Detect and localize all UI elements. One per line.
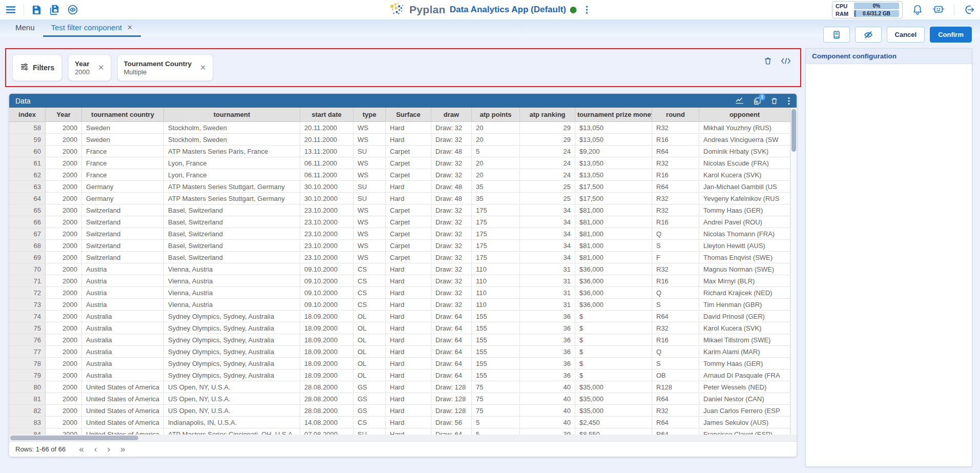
vertical-scrollbar-thumb[interactable]: [791, 109, 796, 152]
chip-close-icon[interactable]: ✕: [97, 62, 106, 73]
cell: 110: [472, 287, 520, 299]
column-header[interactable]: opponent: [699, 108, 790, 122]
cell: 59: [9, 134, 46, 146]
horizontal-scrollbar[interactable]: [9, 435, 797, 441]
cell: 18.09.2000: [300, 311, 353, 322]
filters-button[interactable]: Filters: [12, 54, 62, 81]
cell: 06.11.2000: [300, 169, 353, 181]
vertical-scrollbar[interactable]: [790, 108, 797, 435]
table-row[interactable]: 652000SwitzerlandBasel, Switzerland23.10…: [9, 204, 790, 216]
table-row[interactable]: 802000United States of AmericaUS Open, N…: [9, 381, 790, 393]
cell: OL: [353, 358, 386, 369]
column-header[interactable]: Surface: [386, 108, 431, 122]
table-row[interactable]: 742000AustraliaSydney Olympics, Sydney, …: [9, 311, 790, 322]
table-row[interactable]: 812000United States of AmericaUS Open, N…: [9, 393, 790, 405]
cell: 75: [9, 322, 46, 334]
last-page-button[interactable]: »: [120, 445, 125, 454]
table-row[interactable]: 702000AustriaVienna, Austria09.10.2000CS…: [9, 263, 790, 275]
table-row[interactable]: 692000SwitzerlandBasel, Switzerland23.10…: [9, 252, 790, 263]
cell: 2000: [46, 275, 82, 287]
column-header[interactable]: start date: [300, 108, 353, 122]
cell: 2000: [46, 134, 82, 146]
column-header[interactable]: draw: [431, 108, 472, 122]
assistant-bot-icon[interactable]: [932, 4, 945, 15]
hide-preview-button[interactable]: [855, 27, 882, 43]
tab-label: Test filter component: [51, 23, 122, 32]
cancel-button[interactable]: Cancel: [887, 27, 925, 43]
cell: Thomas Enqvist (SWE): [699, 252, 790, 263]
cell: OL: [353, 322, 386, 334]
table-row[interactable]: 722000AustriaVienna, Austria09.10.2000CS…: [9, 287, 790, 299]
table-row[interactable]: 592000SwedenStockholm, Sweden20.11.2000W…: [9, 134, 790, 146]
column-header[interactable]: round: [652, 108, 699, 122]
cell: Draw: 128: [431, 393, 472, 405]
table-row[interactable]: 632000GermanyATP Masters Series Stuttgar…: [9, 181, 790, 193]
more-options-kebab-icon[interactable]: [787, 97, 790, 105]
chart-view-icon[interactable]: [735, 97, 744, 105]
documentation-button[interactable]: [823, 27, 850, 43]
cell: WS: [353, 157, 386, 169]
cell: 70: [9, 263, 46, 275]
table-row[interactable]: 602000FranceATP Masters Series Paris, Fr…: [9, 146, 790, 157]
table-row[interactable]: 712000AustriaVienna, Austria09.10.2000CS…: [9, 275, 790, 287]
table-row[interactable]: 662000SwitzerlandBasel, Switzerland23.10…: [9, 216, 790, 228]
column-header[interactable]: Year: [46, 108, 82, 122]
table-row[interactable]: 782000AustraliaSydney Olympics, Sydney, …: [9, 358, 790, 369]
cell: SU: [353, 146, 386, 157]
logout-icon[interactable]: [964, 4, 975, 15]
cell: 40: [520, 417, 575, 428]
notifications-bell-icon[interactable]: [912, 4, 923, 15]
filter-chip-tournament-country[interactable]: Tournament Country Multiple ✕: [117, 54, 213, 81]
column-header[interactable]: atp ranking: [520, 108, 575, 122]
cell: Lyon, France: [164, 157, 300, 169]
table-row[interactable]: 752000AustraliaSydney Olympics, Sydney, …: [9, 322, 790, 334]
tab-menu[interactable]: Menu: [7, 19, 43, 37]
table-row[interactable]: 582000SwedenStockholm, Sweden20.11.2000W…: [9, 122, 790, 134]
preview-eye-icon[interactable]: [67, 4, 78, 15]
cell: France: [82, 169, 164, 181]
confirm-button[interactable]: Confirm: [930, 27, 972, 43]
cell: 175: [472, 216, 520, 228]
cell: Switzerland: [82, 216, 164, 228]
table-row[interactable]: 672000SwitzerlandBasel, Switzerland23.10…: [9, 228, 790, 240]
column-header[interactable]: index: [9, 108, 46, 122]
table-row[interactable]: 612000FranceLyon, France06.11.2000WSCarp…: [9, 157, 790, 169]
cell: $35,000: [575, 393, 652, 405]
table-row[interactable]: 772000AustraliaSydney Olympics, Sydney, …: [9, 346, 790, 358]
table-row[interactable]: 822000United States of AmericaUS Open, N…: [9, 405, 790, 417]
copy-icon[interactable]: 1: [753, 97, 761, 105]
column-header[interactable]: tournament prize money: [575, 108, 652, 122]
sliders-icon: [20, 63, 29, 73]
table-row[interactable]: 832000United States of AmericaIndianapol…: [9, 417, 790, 428]
horizontal-scrollbar-thumb[interactable]: [10, 436, 138, 440]
delete-component-icon[interactable]: [763, 56, 773, 66]
cell: Draw: 64: [431, 311, 472, 322]
column-header[interactable]: tournament country: [82, 108, 164, 122]
next-page-button[interactable]: ›: [107, 445, 110, 454]
code-icon[interactable]: [781, 56, 791, 66]
tab-close-icon[interactable]: ✕: [127, 24, 133, 31]
table-row[interactable]: 762000AustraliaSydney Olympics, Sydney, …: [9, 334, 790, 346]
filter-component-selected[interactable]: Filters Year 2000 ✕ Tournament Country M…: [5, 48, 801, 87]
table-row[interactable]: 622000FranceLyon, France06.11.2000WSCarp…: [9, 169, 790, 181]
hamburger-menu-icon[interactable]: [5, 4, 16, 15]
table-row[interactable]: 792000AustraliaSydney Olympics, Sydney, …: [9, 369, 790, 381]
tab-test-filter-component[interactable]: Test filter component ✕: [43, 19, 141, 37]
prev-page-button[interactable]: ‹: [94, 445, 97, 454]
first-page-button[interactable]: «: [79, 445, 84, 454]
cell: Q: [652, 346, 699, 358]
delete-icon[interactable]: [770, 97, 778, 105]
cell: Vienna, Austria: [164, 299, 300, 311]
app-menu-kebab-icon[interactable]: [583, 5, 591, 14]
table-row[interactable]: 642000GermanyATP Masters Series Stuttgar…: [9, 193, 790, 204]
column-header[interactable]: atp points: [472, 108, 520, 122]
table-row[interactable]: 682000SwitzerlandBasel, Switzerland23.10…: [9, 240, 790, 252]
column-header[interactable]: tournament: [164, 108, 300, 122]
table-row[interactable]: 732000AustriaVienna, Austria09.10.2000CS…: [9, 299, 790, 311]
chip-close-icon[interactable]: ✕: [199, 62, 207, 73]
filter-chip-year[interactable]: Year 2000 ✕: [68, 54, 111, 81]
save-icon[interactable]: [31, 5, 41, 15]
column-header[interactable]: type: [353, 108, 386, 122]
table-row[interactable]: 842000United States of AmericaATP Master…: [9, 428, 790, 435]
save-all-icon[interactable]: [49, 4, 60, 15]
